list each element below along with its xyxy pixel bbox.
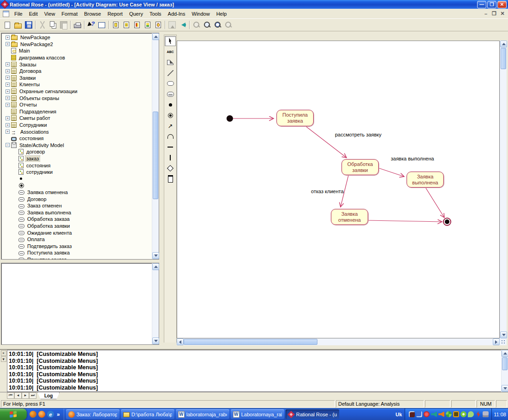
browse-state-diagram-button[interactable] — [153, 20, 163, 30]
tree-item-main[interactable]: Main — [2, 47, 152, 54]
state-tool-button[interactable] — [165, 78, 176, 89]
tree-item[interactable] — [2, 182, 152, 189]
self-transition-tool-button[interactable] — [165, 131, 176, 142]
menu-edit[interactable]: Edit — [26, 10, 41, 18]
activity-node[interactable]: Обработка заявки — [341, 159, 379, 175]
tree-item[interactable] — [2, 175, 152, 182]
volume-icon[interactable] — [438, 411, 444, 417]
text-tool-button[interactable]: ABC — [165, 47, 176, 57]
expand-toggle[interactable]: + — [6, 89, 10, 94]
tree-item-state-activity-model[interactable]: −State/Activity Model — [2, 142, 152, 149]
activity-node[interactable]: Поступила заявка — [276, 110, 314, 126]
scroll-thumb[interactable] — [184, 339, 317, 345]
volume-aux-icon[interactable] — [431, 411, 437, 417]
icq-icon[interactable] — [460, 411, 466, 417]
vertical-splitter[interactable] — [160, 31, 164, 349]
tree-item-объекты-охраны[interactable]: +Объекты охраны — [2, 95, 152, 101]
start-button[interactable] — [0, 408, 27, 420]
horizontal-splitter[interactable] — [1, 260, 159, 263]
canvas-horizontal-scrollbar[interactable] — [177, 338, 500, 345]
end-state-tool-button[interactable] — [165, 110, 176, 120]
log-pin-button[interactable]: ▾ — [1, 356, 6, 362]
minimize-button[interactable]: — — [477, 1, 486, 8]
tree-item-заказ-отменен[interactable]: Заказ отменен — [2, 202, 152, 209]
scroll-up-button[interactable] — [500, 41, 507, 47]
transition-label[interactable]: заявка выполнена — [391, 156, 434, 161]
expand-toggle[interactable]: − — [6, 143, 10, 147]
activity-node[interactable]: Заявка выполнена — [406, 172, 444, 188]
tab-last-button[interactable]: ⏭ — [29, 392, 36, 399]
expand-toggle[interactable]: + — [6, 103, 10, 107]
tree-item-заказы[interactable]: +Заказы — [2, 61, 152, 68]
final-state-node[interactable] — [443, 218, 451, 226]
tree-item-состояния[interactable]: состояния — [2, 135, 152, 142]
close-button[interactable]: ✕ — [497, 1, 507, 8]
copy-button[interactable] — [48, 20, 58, 30]
usb-icon[interactable] — [483, 411, 489, 417]
antivirus-icon[interactable] — [446, 411, 452, 417]
tree-item-отчеты[interactable]: +Отчеты — [2, 101, 152, 108]
tab-first-button[interactable]: ⏮ — [7, 392, 14, 399]
expand-toggle[interactable]: + — [6, 96, 10, 100]
tree-item-заявки[interactable]: +Заявки — [2, 75, 152, 82]
expand-toggle[interactable]: + — [6, 123, 10, 127]
tree-item-диаграмма-классов[interactable]: диаграмма классов — [2, 54, 152, 61]
tree-item-associations[interactable]: +Associations — [2, 128, 152, 135]
tree-item-поступила-заявка[interactable]: Поступила заявка — [2, 249, 152, 256]
taskbar-button[interactable]: WLaboratornaya_rabot... — [231, 409, 284, 419]
expand-toggle[interactable]: + — [6, 83, 10, 87]
menu-file[interactable]: File — [11, 10, 26, 18]
scroll-down-button[interactable] — [502, 385, 508, 392]
swimlane-tool-button[interactable] — [165, 174, 176, 184]
tab-prev-button[interactable]: ◂ — [14, 392, 22, 399]
scroll-thumb[interactable] — [153, 112, 158, 199]
taskbar-button[interactable]: D:\работа Люба\раб... — [121, 409, 174, 419]
vertical-sync-tool-button[interactable] — [165, 153, 176, 163]
taskbar-button[interactable]: Wlaboratornaja_rabota... — [176, 409, 229, 419]
explorer-vertical-scrollbar[interactable] — [152, 33, 159, 259]
transition-label[interactable]: отказ клиента — [311, 189, 344, 194]
browse-previous-button[interactable] — [177, 20, 188, 30]
horizontal-sync-tool-button[interactable] — [165, 142, 176, 152]
scroll-down-button[interactable] — [152, 337, 159, 344]
taskbar-button[interactable]: Заказ: Лабораторна... — [66, 409, 120, 419]
tree-item-ожидание-клиента[interactable]: Ожидание клиента — [2, 229, 152, 236]
expand-toggle[interactable]: + — [6, 76, 10, 80]
scroll-down-button[interactable] — [500, 331, 507, 338]
tree-item-договора[interactable]: +Договора — [2, 68, 152, 75]
menu-browse[interactable]: Browse — [81, 10, 104, 18]
canvas-vertical-scrollbar[interactable] — [500, 41, 507, 338]
menu-query[interactable]: Query — [126, 10, 146, 18]
tree-item-newpackage2[interactable]: +NewPackage2 — [2, 41, 152, 48]
expand-toggle[interactable]: + — [6, 130, 10, 134]
tree-item-обработка-заказа[interactable]: Обработка заказа — [2, 216, 152, 223]
log-vertical-scrollbar[interactable] — [501, 350, 508, 392]
child-close-button[interactable]: ✕ — [499, 11, 506, 17]
tree-item-клиенты[interactable]: +Клиенты — [2, 81, 152, 88]
tree-item-охранные-сигнализации[interactable]: +Охранные сигнализации — [2, 88, 152, 95]
scroll-right-button[interactable] — [493, 338, 500, 345]
expand-toggle[interactable]: + — [6, 35, 10, 40]
download-manager-icon[interactable] — [424, 411, 430, 417]
browse-component-diagram-button[interactable] — [142, 20, 153, 30]
firefox-icon[interactable] — [38, 411, 45, 418]
tree-item-заявка-выполнена[interactable]: Заявка выполнена — [2, 209, 152, 216]
tree-item-сотрудники[interactable]: сотрудники — [2, 169, 152, 176]
tree-item-обработка-заявки[interactable]: Обработка заявки — [2, 223, 152, 230]
activity-tool-button[interactable] — [165, 89, 176, 99]
anchor-note-tool-button[interactable] — [165, 68, 176, 78]
remote-display-icon[interactable] — [409, 411, 415, 417]
save-button[interactable] — [23, 20, 34, 30]
print-button[interactable] — [72, 20, 83, 30]
pan-button[interactable] — [500, 338, 507, 345]
log-tab[interactable]: Log — [37, 392, 60, 399]
scroll-up-button[interactable] — [152, 263, 159, 270]
zoom-out-button[interactable] — [202, 20, 212, 30]
tree-item-подтвердить-заказ[interactable]: Подтвердить заказ — [2, 243, 152, 249]
ie-icon[interactable]: e — [47, 411, 54, 418]
tree-item-оплата[interactable]: Оплата — [2, 236, 152, 243]
menu-help[interactable]: Help — [213, 10, 230, 18]
menu-report[interactable]: Report — [104, 10, 126, 18]
context-help-button[interactable] — [86, 20, 96, 30]
menu-tools[interactable]: Tools — [146, 10, 165, 18]
